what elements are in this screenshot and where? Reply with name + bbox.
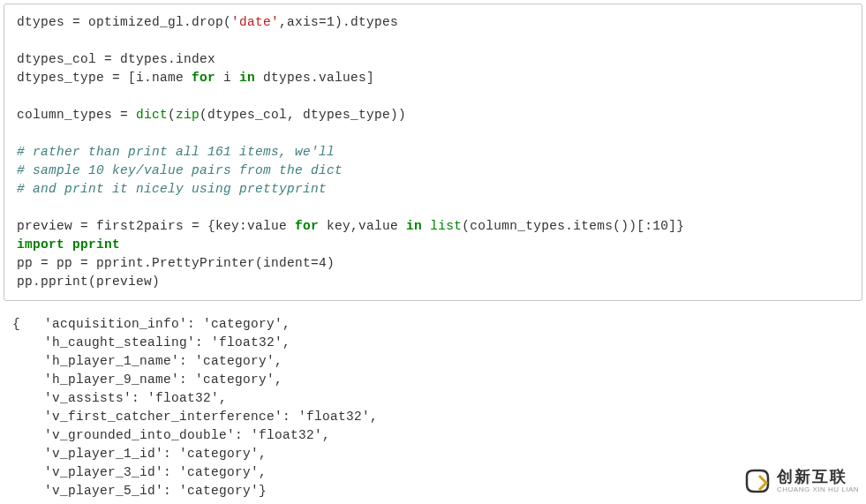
output-line: 'h_caught_stealing': 'float32',: [12, 335, 290, 350]
output-line: 'v_player_1_id': 'category',: [12, 447, 267, 461]
watermark-logo: 创新互联 CHUANG XIN HU LIAN: [742, 465, 859, 497]
output-line: 'v_assists': 'float32',: [12, 391, 227, 405]
code-line: dtypes = optimized_gl.drop('date',axis=1…: [17, 15, 398, 29]
output-line: 'h_player_9_name': 'category',: [12, 372, 282, 387]
logo-icon: [742, 465, 773, 497]
output-line: 'v_player_5_id': 'category'}: [12, 484, 267, 498]
output-line: 'h_player_1_name': 'category',: [12, 354, 282, 368]
code-comment: # sample 10 key/value pairs from the dic…: [17, 163, 343, 177]
code-block: dtypes = optimized_gl.drop('date',axis=1…: [4, 4, 862, 301]
output-block: { 'acquisition_info': 'category', 'h_cau…: [0, 310, 866, 504]
code-comment: # and print it nicely using prettyprint: [17, 182, 327, 196]
logo-text-en: CHUANG XIN HU LIAN: [777, 486, 859, 494]
code-line: pp = pp = pprint.PrettyPrinter(indent=4): [17, 256, 335, 270]
code-line: preview = first2pairs = {key:value for k…: [17, 219, 684, 233]
logo-text: 创新互联 CHUANG XIN HU LIAN: [777, 469, 859, 494]
code-line: dtypes_col = dtypes.index: [17, 52, 215, 66]
code-line: import pprint: [17, 237, 120, 252]
output-line: 'v_first_catcher_interference': 'float32…: [12, 410, 378, 424]
code-line: pp.pprint(preview): [17, 275, 160, 289]
output-line: 'v_grounded_into_double': 'float32',: [12, 428, 330, 442]
output-line: { 'acquisition_info': 'category',: [12, 317, 290, 331]
code-line: dtypes_type = [i.name for i in dtypes.va…: [17, 71, 374, 85]
logo-text-cn: 创新互联: [777, 469, 859, 486]
code-comment: # rather than print all 161 items, we'll: [17, 145, 335, 159]
output-line: 'v_player_3_id': 'category',: [12, 465, 267, 479]
code-line: column_types = dict(zip(dtypes_col, dtyp…: [17, 108, 406, 122]
